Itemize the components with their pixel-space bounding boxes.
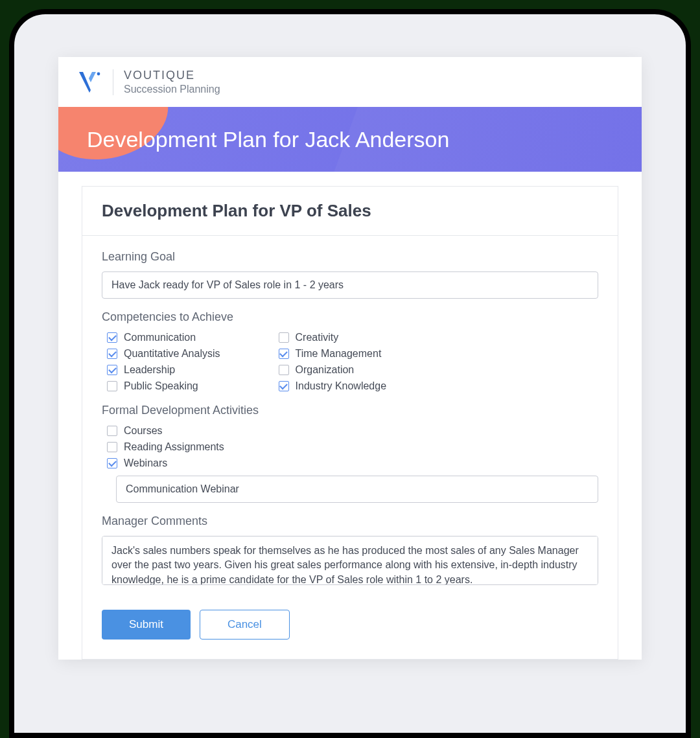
checkbox-label: Quantitative Analysis bbox=[124, 348, 220, 360]
checkbox-icon bbox=[279, 332, 289, 343]
checkbox-icon bbox=[279, 349, 289, 359]
brand-subtitle: Succession Planning bbox=[124, 84, 220, 95]
checkbox-label: Public Speaking bbox=[124, 380, 198, 392]
checkbox-icon bbox=[107, 349, 117, 359]
activity-courses[interactable]: Courses bbox=[107, 425, 598, 437]
checkbox-icon bbox=[107, 458, 117, 468]
submit-button[interactable]: Submit bbox=[102, 610, 191, 640]
brand-title: VOUTIQUE bbox=[124, 69, 220, 82]
cancel-button[interactable]: Cancel bbox=[200, 610, 290, 640]
competencies-col-1: Communication Quantitative Analysis Lead… bbox=[107, 332, 220, 392]
learning-goal-input[interactable] bbox=[102, 271, 598, 299]
checkbox-label: Webinars bbox=[124, 457, 167, 469]
comments-label: Manager Comments bbox=[102, 514, 598, 528]
checkbox-label: Reading Assignments bbox=[124, 441, 224, 453]
competencies-col-2: Creativity Time Management Organization … bbox=[279, 332, 387, 392]
activity-webinars[interactable]: Webinars bbox=[107, 457, 598, 469]
checkbox-icon bbox=[107, 332, 117, 343]
competency-organization[interactable]: Organization bbox=[279, 364, 387, 376]
competency-communication[interactable]: Communication bbox=[107, 332, 220, 343]
card-header: Development Plan for VP of Sales bbox=[82, 187, 618, 236]
checkbox-label: Communication bbox=[124, 332, 196, 343]
checkbox-icon bbox=[279, 381, 289, 391]
svg-point-0 bbox=[97, 72, 100, 75]
checkbox-label: Courses bbox=[124, 425, 163, 437]
competency-time-management[interactable]: Time Management bbox=[279, 348, 387, 360]
form-card: Development Plan for VP of Sales Learnin… bbox=[82, 186, 618, 660]
manager-comments-input[interactable] bbox=[102, 536, 598, 585]
competency-leadership[interactable]: Leadership bbox=[107, 364, 220, 376]
competency-quantitative-analysis[interactable]: Quantitative Analysis bbox=[107, 348, 220, 360]
activity-reading-assignments[interactable]: Reading Assignments bbox=[107, 441, 598, 453]
checkbox-label: Creativity bbox=[296, 332, 339, 343]
banner-title: Development Plan for Jack Anderson bbox=[87, 127, 449, 152]
competency-public-speaking[interactable]: Public Speaking bbox=[107, 380, 220, 392]
checkbox-icon bbox=[107, 365, 117, 375]
activities-group: Courses Reading Assignments Webinars bbox=[102, 425, 598, 469]
checkbox-icon bbox=[107, 426, 117, 436]
topbar: VOUTIQUE Succession Planning bbox=[58, 57, 642, 107]
checkbox-icon bbox=[107, 442, 117, 452]
checkbox-label: Time Management bbox=[296, 348, 382, 360]
card-body: Learning Goal Competencies to Achieve Co… bbox=[82, 236, 618, 659]
logo-divider bbox=[113, 69, 113, 95]
brand-text: VOUTIQUE Succession Planning bbox=[124, 69, 220, 95]
app-window: VOUTIQUE Succession Planning Development… bbox=[58, 57, 642, 660]
competencies-group: Communication Quantitative Analysis Lead… bbox=[102, 332, 598, 392]
activity-detail-input[interactable] bbox=[116, 476, 598, 503]
activities-label: Formal Development Activities bbox=[102, 404, 598, 417]
competency-creativity[interactable]: Creativity bbox=[279, 332, 387, 343]
checkbox-icon bbox=[279, 365, 289, 375]
competencies-label: Competencies to Achieve bbox=[102, 310, 598, 324]
checkbox-icon bbox=[107, 381, 117, 391]
checkbox-label: Leadership bbox=[124, 364, 175, 376]
brand-logo-icon bbox=[76, 69, 102, 95]
banner: Development Plan for Jack Anderson bbox=[58, 107, 642, 172]
checkbox-label: Industry Knowledge bbox=[296, 380, 387, 392]
checkbox-label: Organization bbox=[296, 364, 355, 376]
learning-goal-label: Learning Goal bbox=[102, 250, 598, 264]
form-actions: Submit Cancel bbox=[102, 610, 598, 640]
device-frame: VOUTIQUE Succession Planning Development… bbox=[9, 9, 691, 738]
competency-industry-knowledge[interactable]: Industry Knowledge bbox=[279, 380, 387, 392]
card-title: Development Plan for VP of Sales bbox=[102, 201, 598, 221]
